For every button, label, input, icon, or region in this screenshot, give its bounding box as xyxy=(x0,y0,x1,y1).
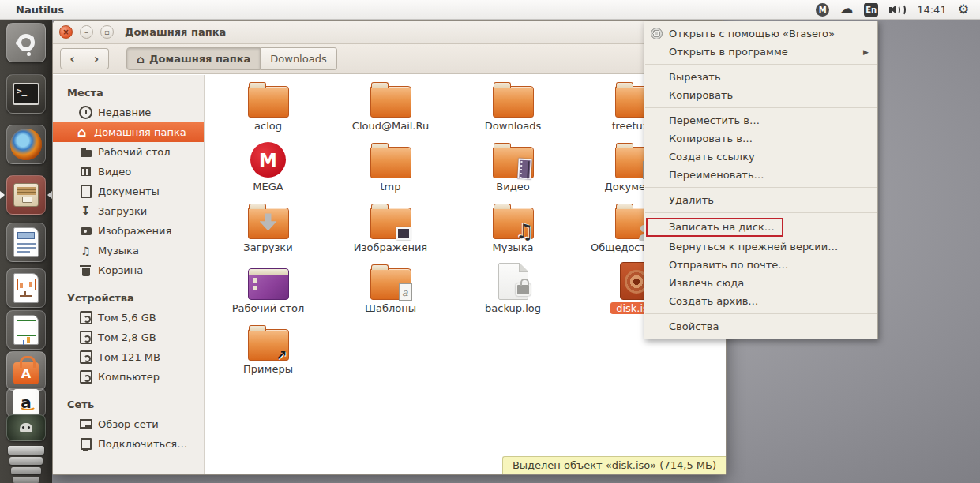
sidebar-item-trash[interactable]: Корзина xyxy=(53,260,204,280)
drive-icon xyxy=(79,371,92,384)
sidebar-item-desktop[interactable]: Рабочий стол xyxy=(53,142,204,162)
menu-separator xyxy=(645,64,877,65)
folder-images-icon xyxy=(370,208,411,239)
toolbar: ‹ › ⌂Домашняя папка Downloads xyxy=(53,44,726,74)
breadcrumb: ⌂Домашняя папка Downloads xyxy=(126,47,337,70)
file-item-aclog[interactable]: aclog xyxy=(207,78,329,139)
home-icon xyxy=(75,126,88,139)
writer-icon xyxy=(13,227,39,257)
icon-grid: aclog Cloud@Mail.Ru Downloads freetuxtv … xyxy=(205,78,697,382)
menu-item-copy-to[interactable]: Копировать в… xyxy=(644,129,877,148)
mega-status-icon[interactable]: M xyxy=(816,3,829,17)
red-highlight-box: Записать на диск… xyxy=(646,218,783,237)
drive-icon xyxy=(79,351,92,364)
sidebar-item-connect[interactable]: Подключиться… xyxy=(53,434,204,454)
window-title: Домашняя папка xyxy=(125,26,226,38)
menu-item-revert-to-previous[interactable]: Вернуться к прежней версии… xyxy=(644,238,877,256)
session-gear-icon[interactable]: ⚙ xyxy=(958,3,969,16)
drive-icon xyxy=(79,331,92,344)
dock-libreoffice-writer[interactable] xyxy=(6,223,46,262)
sidebar-item-volume-28[interactable]: Том 2,8 GB xyxy=(53,328,204,347)
sidebar-item-pictures[interactable]: Изображения xyxy=(53,221,204,241)
dock-collapsed-item[interactable] xyxy=(8,446,44,455)
file-item-cloud-mail[interactable]: Cloud@Mail.Ru xyxy=(329,78,452,139)
breadcrumb-home[interactable]: ⌂Домашняя папка xyxy=(126,47,261,70)
sidebar-section-places: Места xyxy=(53,83,204,103)
dock-file-manager[interactable] xyxy=(6,175,46,215)
dock-software-center[interactable]: A xyxy=(6,351,46,391)
download-icon xyxy=(79,205,92,218)
folder-link-icon: ↗ xyxy=(248,329,289,361)
sidebar-section-devices: Устройства xyxy=(53,288,204,308)
menu-item-copy[interactable]: Копировать xyxy=(644,86,877,104)
menu-item-write-to-disc-highlighted[interactable]: Записать на диск… xyxy=(644,216,877,238)
clock[interactable]: 14:41 xyxy=(917,4,946,16)
dock-libreoffice-calc[interactable] xyxy=(6,310,46,350)
menu-item-delete[interactable]: Удалить xyxy=(644,191,877,209)
folder-icon xyxy=(370,147,411,178)
dock-libreoffice-impress[interactable] xyxy=(6,268,46,308)
file-item-downloads[interactable]: Downloads xyxy=(452,78,574,139)
folder-templates-icon: a xyxy=(370,268,411,300)
film-icon xyxy=(79,166,92,178)
menu-item-send-by-mail[interactable]: Отправить по почте… xyxy=(644,256,877,274)
dash-home-button[interactable] xyxy=(6,23,46,62)
clock-icon xyxy=(79,107,92,119)
camera-icon xyxy=(79,225,92,238)
minimize-button[interactable]: – xyxy=(80,25,93,39)
maximize-button[interactable]: ▫ xyxy=(100,25,114,39)
sidebar-item-recent[interactable]: Недавние xyxy=(53,103,204,122)
selection-status-bar: Выделен объект «disk.iso» (714,5 МБ) xyxy=(502,456,726,474)
menu-item-properties[interactable]: Свойства xyxy=(644,317,877,335)
sidebar-item-home[interactable]: Домашняя папка xyxy=(53,122,204,142)
sidebar-item-volume-56[interactable]: Том 5,6 GB xyxy=(53,308,204,328)
file-item-pictures[interactable]: Изображения xyxy=(329,200,452,260)
dock-collapsed-item[interactable] xyxy=(9,457,43,465)
global-menu-app-name[interactable]: Nautilus xyxy=(16,4,64,16)
file-item-examples[interactable]: ↗Примеры xyxy=(207,321,329,382)
menu-item-create-archive[interactable]: Создать архив… xyxy=(644,292,877,310)
breadcrumb-downloads[interactable]: Downloads xyxy=(261,47,336,70)
sidebar-item-documents[interactable]: Документы xyxy=(53,182,204,201)
dock-firefox[interactable] xyxy=(6,125,46,164)
drive-icon xyxy=(79,312,92,324)
sidebar-item-music[interactable]: Музыка xyxy=(53,241,204,260)
file-item-desktop[interactable]: Рабочий стол xyxy=(207,260,329,321)
file-item-video[interactable]: Видео xyxy=(452,139,574,200)
keyboard-layout-indicator[interactable]: En xyxy=(864,3,878,17)
ubuntu-logo-icon xyxy=(17,34,35,51)
file-item-music[interactable]: ♫Музыка xyxy=(452,200,574,260)
sidebar-item-computer[interactable]: Компьютер xyxy=(53,367,204,387)
cloud-sync-icon[interactable]: ☁ xyxy=(840,2,853,15)
volume-icon[interactable] xyxy=(889,4,906,16)
sidebar-item-downloads[interactable]: Загрузки xyxy=(53,201,204,221)
dock-amazon[interactable]: a xyxy=(6,388,46,417)
file-item-tmp[interactable]: tmp xyxy=(329,139,452,200)
menu-item-cut[interactable]: Вырезать xyxy=(644,68,877,86)
back-button[interactable]: ‹ xyxy=(60,48,84,69)
forward-button[interactable]: › xyxy=(84,48,109,69)
folder-icon xyxy=(493,86,534,118)
menu-item-open-with-brasero[interactable]: Открыть с помощью «Brasero» xyxy=(644,24,877,43)
dock-game[interactable] xyxy=(6,414,46,441)
dock-collapsed-item[interactable] xyxy=(13,477,39,483)
menu-item-move-to[interactable]: Переместить в… xyxy=(644,111,877,129)
sidebar-item-videos[interactable]: Видео xyxy=(53,162,204,182)
sidebar-item-volume-121[interactable]: Том 121 MB xyxy=(53,347,204,367)
dock-collapsed-item[interactable] xyxy=(11,467,41,474)
menu-item-extract-here[interactable]: Извлечь сюда xyxy=(644,274,877,292)
close-button[interactable]: × xyxy=(59,25,73,39)
file-item-mega[interactable]: MMEGA xyxy=(207,139,329,200)
menu-item-open-with-app[interactable]: Открыть в программе xyxy=(644,43,877,61)
window-titlebar[interactable]: × – ▫ Домашняя папка xyxy=(53,21,726,44)
sidebar-item-browse-network[interactable]: Обзор сети xyxy=(53,414,204,434)
document-icon xyxy=(79,185,92,198)
file-item-downloads-ru[interactable]: Загрузки xyxy=(207,200,329,260)
dock-terminal[interactable]: >_ xyxy=(6,74,46,114)
file-item-templates[interactable]: aШаблоны xyxy=(329,260,452,321)
lock-icon xyxy=(516,283,531,296)
menu-item-make-link[interactable]: Создать ссылку xyxy=(644,148,877,166)
menu-item-rename[interactable]: Переименовать… xyxy=(644,166,877,184)
file-item-backup-log[interactable]: backup.log xyxy=(452,260,574,321)
folder-download-icon xyxy=(248,208,289,239)
